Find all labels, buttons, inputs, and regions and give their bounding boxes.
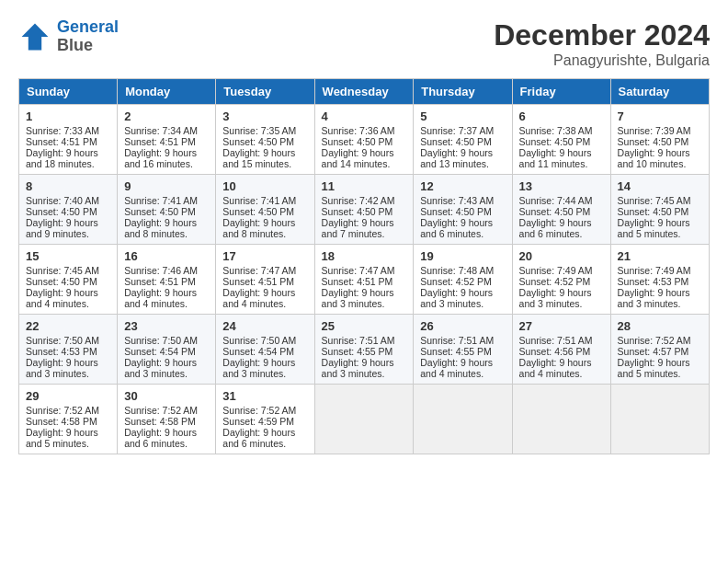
day-number: 24 xyxy=(222,319,307,333)
day-number: 4 xyxy=(322,109,407,123)
calendar-cell: 29 Sunrise: 7:52 AM Sunset: 4:58 PM Dayl… xyxy=(19,385,118,454)
sunrise-label: Sunrise: 7:39 AM xyxy=(618,125,691,136)
daylight-label: Daylight: 9 hours and 15 minutes. xyxy=(222,147,295,169)
sunset-label: Sunset: 4:50 PM xyxy=(124,206,196,217)
sunset-label: Sunset: 4:54 PM xyxy=(124,346,196,357)
daylight-label: Daylight: 9 hours and 3 minutes. xyxy=(124,357,197,379)
calendar-cell: 23 Sunrise: 7:50 AM Sunset: 4:54 PM Dayl… xyxy=(118,315,216,385)
calendar-cell xyxy=(414,385,512,454)
sunset-label: Sunset: 4:55 PM xyxy=(322,346,393,357)
day-number: 12 xyxy=(420,179,505,193)
calendar-cell: 30 Sunrise: 7:52 AM Sunset: 4:58 PM Dayl… xyxy=(118,385,216,454)
calendar-cell: 25 Sunrise: 7:51 AM Sunset: 4:55 PM Dayl… xyxy=(314,315,414,385)
daylight-label: Daylight: 9 hours and 8 minutes. xyxy=(124,217,197,239)
day-number: 22 xyxy=(26,319,110,333)
daylight-label: Daylight: 9 hours and 4 minutes. xyxy=(124,287,197,309)
day-number: 9 xyxy=(124,179,209,193)
calendar-cell: 1 Sunrise: 7:33 AM Sunset: 4:51 PM Dayli… xyxy=(19,105,118,175)
daylight-label: Daylight: 9 hours and 5 minutes. xyxy=(618,217,690,239)
day-number: 25 xyxy=(322,319,407,333)
daylight-label: Daylight: 9 hours and 4 minutes. xyxy=(26,287,98,309)
calendar-cell: 7 Sunrise: 7:39 AM Sunset: 4:50 PM Dayli… xyxy=(610,105,709,175)
sunset-label: Sunset: 4:58 PM xyxy=(26,416,97,427)
sunrise-label: Sunrise: 7:35 AM xyxy=(222,125,296,136)
svg-marker-0 xyxy=(22,23,49,50)
sunrise-label: Sunrise: 7:41 AM xyxy=(124,195,198,206)
sunset-label: Sunset: 4:58 PM xyxy=(124,416,196,427)
calendar-cell: 26 Sunrise: 7:51 AM Sunset: 4:55 PM Dayl… xyxy=(414,315,512,385)
sunset-label: Sunset: 4:50 PM xyxy=(618,206,689,217)
location: Panagyurishte, Bulgaria xyxy=(494,52,710,69)
sunrise-label: Sunrise: 7:44 AM xyxy=(519,195,593,206)
sunset-label: Sunset: 4:51 PM xyxy=(124,136,196,147)
sunrise-label: Sunrise: 7:49 AM xyxy=(519,265,593,276)
sunset-label: Sunset: 4:50 PM xyxy=(222,136,294,147)
calendar-week-row: 22 Sunrise: 7:50 AM Sunset: 4:53 PM Dayl… xyxy=(19,315,710,385)
calendar-cell xyxy=(512,385,610,454)
daylight-label: Daylight: 9 hours and 14 minutes. xyxy=(322,147,394,169)
sunset-label: Sunset: 4:51 PM xyxy=(26,136,97,147)
calendar-week-row: 1 Sunrise: 7:33 AM Sunset: 4:51 PM Dayli… xyxy=(19,105,710,175)
calendar-cell: 24 Sunrise: 7:50 AM Sunset: 4:54 PM Dayl… xyxy=(216,315,314,385)
day-number: 10 xyxy=(222,179,307,193)
day-number: 19 xyxy=(420,249,505,263)
calendar-cell: 14 Sunrise: 7:45 AM Sunset: 4:50 PM Dayl… xyxy=(610,175,709,245)
sunrise-label: Sunrise: 7:47 AM xyxy=(322,265,395,276)
sunrise-label: Sunrise: 7:49 AM xyxy=(618,265,691,276)
title-block: December 2024 Panagyurishte, Bulgaria xyxy=(494,18,710,69)
daylight-label: Daylight: 9 hours and 3 minutes. xyxy=(322,287,394,309)
calendar-cell: 15 Sunrise: 7:45 AM Sunset: 4:50 PM Dayl… xyxy=(19,245,118,315)
calendar-cell: 13 Sunrise: 7:44 AM Sunset: 4:50 PM Dayl… xyxy=(512,175,610,245)
daylight-label: Daylight: 9 hours and 13 minutes. xyxy=(420,147,493,169)
day-number: 11 xyxy=(322,179,407,193)
sunrise-label: Sunrise: 7:40 AM xyxy=(26,195,99,206)
day-number: 2 xyxy=(124,109,209,123)
calendar-cell: 12 Sunrise: 7:43 AM Sunset: 4:50 PM Dayl… xyxy=(414,175,512,245)
sunset-label: Sunset: 4:51 PM xyxy=(124,276,196,287)
calendar-cell: 17 Sunrise: 7:47 AM Sunset: 4:51 PM Dayl… xyxy=(216,245,314,315)
sunset-label: Sunset: 4:50 PM xyxy=(26,276,97,287)
sunrise-label: Sunrise: 7:46 AM xyxy=(124,265,198,276)
calendar-cell: 27 Sunrise: 7:51 AM Sunset: 4:56 PM Dayl… xyxy=(512,315,610,385)
daylight-label: Daylight: 9 hours and 11 minutes. xyxy=(519,147,592,169)
sunrise-label: Sunrise: 7:52 AM xyxy=(222,405,296,416)
day-number: 20 xyxy=(519,249,604,263)
day-number: 13 xyxy=(519,179,604,193)
calendar-cell: 19 Sunrise: 7:48 AM Sunset: 4:52 PM Dayl… xyxy=(414,245,512,315)
daylight-label: Daylight: 9 hours and 3 minutes. xyxy=(420,287,493,309)
header-friday: Friday xyxy=(512,79,610,105)
page-header: General Blue December 2024 Panagyurishte… xyxy=(18,18,710,69)
daylight-label: Daylight: 9 hours and 6 minutes. xyxy=(124,427,197,449)
month-title: December 2024 xyxy=(494,18,710,52)
sunrise-label: Sunrise: 7:52 AM xyxy=(124,405,198,416)
sunrise-label: Sunrise: 7:50 AM xyxy=(222,335,296,346)
sunrise-label: Sunrise: 7:37 AM xyxy=(420,125,494,136)
daylight-label: Daylight: 9 hours and 8 minutes. xyxy=(222,217,295,239)
daylight-label: Daylight: 9 hours and 3 minutes. xyxy=(26,357,98,379)
daylight-label: Daylight: 9 hours and 4 minutes. xyxy=(519,357,592,379)
sunset-label: Sunset: 4:51 PM xyxy=(322,276,393,287)
sunrise-label: Sunrise: 7:34 AM xyxy=(124,125,198,136)
sunset-label: Sunset: 4:50 PM xyxy=(519,136,591,147)
daylight-label: Daylight: 9 hours and 5 minutes. xyxy=(26,427,98,449)
sunset-label: Sunset: 4:50 PM xyxy=(420,136,492,147)
sunset-label: Sunset: 4:50 PM xyxy=(519,206,591,217)
sunrise-label: Sunrise: 7:51 AM xyxy=(420,335,494,346)
sunset-label: Sunset: 4:50 PM xyxy=(420,206,492,217)
sunrise-label: Sunrise: 7:51 AM xyxy=(519,335,593,346)
sunset-label: Sunset: 4:51 PM xyxy=(222,276,294,287)
sunrise-label: Sunrise: 7:47 AM xyxy=(222,265,296,276)
sunrise-label: Sunrise: 7:45 AM xyxy=(26,265,99,276)
daylight-label: Daylight: 9 hours and 3 minutes. xyxy=(519,287,592,309)
calendar-week-row: 29 Sunrise: 7:52 AM Sunset: 4:58 PM Dayl… xyxy=(19,385,710,454)
header-saturday: Saturday xyxy=(610,79,709,105)
day-number: 18 xyxy=(322,249,407,263)
sunrise-label: Sunrise: 7:45 AM xyxy=(618,195,691,206)
day-number: 7 xyxy=(618,109,702,123)
sunset-label: Sunset: 4:57 PM xyxy=(618,346,689,357)
day-number: 1 xyxy=(26,109,110,123)
header-monday: Monday xyxy=(118,79,216,105)
header-wednesday: Wednesday xyxy=(314,79,414,105)
daylight-label: Daylight: 9 hours and 4 minutes. xyxy=(420,357,493,379)
header-thursday: Thursday xyxy=(414,79,512,105)
